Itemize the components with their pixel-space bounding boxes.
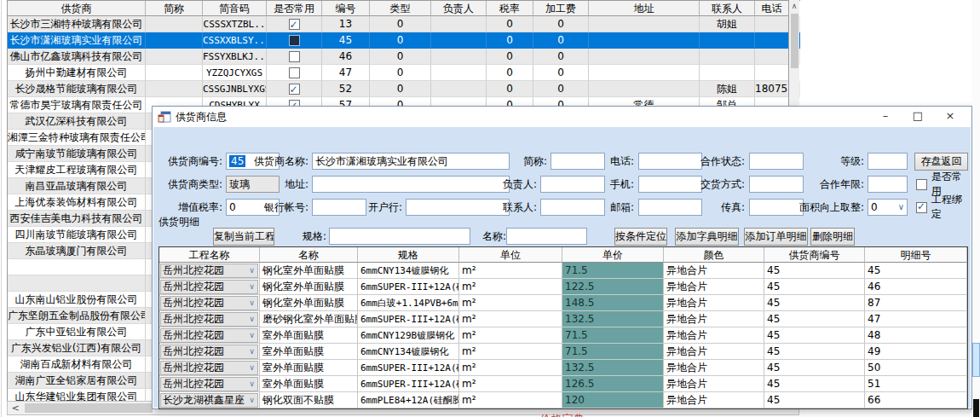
detail-column-header[interactable]: 名称: [260, 247, 358, 263]
maximize-button[interactable]: □: [902, 107, 934, 127]
detail-cell: 47: [865, 311, 967, 327]
minimize-button[interactable]: –: [869, 107, 902, 127]
save-return-button[interactable]: 存盘返回: [914, 153, 968, 171]
detail-cell: 钢化室外单面贴膜: [260, 263, 358, 279]
detail-cell: 6mmSUPER-III+12A(硅...: [358, 311, 459, 327]
close-button[interactable]: ×: [934, 107, 966, 127]
detail-cell: 异地合片: [664, 376, 764, 392]
detail-row[interactable]: 岳州北控花园∨室外单面贴膜6mmCNY129B镀膜钢化m²71.5异地合片454…: [159, 327, 967, 344]
horizontal-scrollbar-thumb[interactable]: [25, 403, 153, 413]
cell-common: [267, 81, 322, 97]
detail-column-header[interactable]: 单位: [459, 247, 562, 263]
supplier-row[interactable]: 扬州中勤建材有限公司YZZQJCYXGS47000: [8, 65, 800, 81]
supplier-row[interactable]: 长沙晟格节能玻璃有限公司CSSGJNBLYXGS52000陈姐180751: [8, 81, 800, 97]
detail-row[interactable]: 岳州北控花园∨钢化室外单面贴膜6mm白玻+1.14PVB+6mm...m²148…: [159, 295, 967, 311]
supplier-row[interactable]: 佛山市亿鑫玻璃科技有限公司FSSYXBLKJ...46000: [8, 49, 800, 65]
coop-status-input[interactable]: [749, 153, 804, 170]
column-header[interactable]: 类型: [370, 1, 431, 16]
common-checkbox[interactable]: [289, 35, 300, 46]
column-header[interactable]: 税率: [487, 1, 533, 16]
project-select[interactable]: 岳州北控花园∨: [160, 345, 258, 359]
scroll-up-icon[interactable]: ∧: [789, 0, 799, 12]
detail-column-header[interactable]: 颜色: [664, 247, 764, 263]
manager-input[interactable]: [540, 176, 605, 193]
detail-column-header[interactable]: 单价: [562, 247, 664, 263]
column-header[interactable]: 电话: [755, 1, 789, 16]
detail-column-header[interactable]: 明细号: [865, 247, 967, 263]
locate-by-condition-button[interactable]: 按条件定位: [614, 228, 667, 246]
copy-current-project-button[interactable]: 复制当前工程: [213, 228, 274, 246]
detail-cell: m²: [459, 295, 562, 311]
detail-row[interactable]: 岳州北控花园∨室外单面贴膜6mmSUPER-III+12A(硅...m²126.…: [159, 376, 967, 392]
project-select[interactable]: 岳州北控花园∨: [160, 296, 258, 310]
column-header[interactable]: 地址: [589, 1, 700, 16]
detail-column-header[interactable]: 工程名称: [159, 247, 260, 263]
checkbox-box[interactable]: [916, 202, 927, 213]
grade-input[interactable]: [868, 153, 908, 170]
selected-project: 长沙龙湖祺鑫星座: [161, 394, 246, 407]
project-select[interactable]: 岳州北控花园∨: [160, 328, 258, 343]
add-order-detail-button[interactable]: 添加订单明细: [744, 228, 808, 246]
cell-name: 武汉亿深科技有限公司: [8, 113, 146, 130]
column-header[interactable]: 加工费: [533, 1, 589, 16]
column-header[interactable]: 简音码: [203, 1, 267, 16]
cell-id: 47: [322, 65, 370, 81]
add-dictionary-detail-button[interactable]: 添加字典明细: [675, 228, 739, 246]
vertical-scrollbar-thumb[interactable]: [791, 14, 798, 68]
chevron-down-icon: ∨: [246, 281, 257, 293]
delete-detail-button[interactable]: 删除明细: [810, 228, 855, 246]
project-select[interactable]: 岳州北控花园∨: [160, 377, 258, 391]
detail-cell: 6mmCNY129B镀膜钢化: [358, 327, 459, 344]
cell-name: 咸宁南玻节能玻璃有限公司: [8, 146, 146, 162]
dialog-titlebar[interactable]: 供货商信息 – □ ×: [153, 107, 971, 127]
contact-input[interactable]: [540, 199, 605, 216]
cell-name: [8, 275, 146, 292]
scroll-left-icon[interactable]: <: [9, 403, 21, 414]
coop-years-input[interactable]: [868, 176, 908, 193]
project-select[interactable]: 岳州北控花园∨: [160, 280, 258, 294]
common-checkbox[interactable]: [289, 51, 300, 62]
common-checkbox[interactable]: [289, 19, 300, 30]
column-header[interactable]: 联系人: [700, 1, 755, 16]
supplier-row[interactable]: 长沙市三湘特种玻璃有限公司CSSSXTZBL..13000胡姐: [8, 16, 800, 32]
column-header[interactable]: 简称: [146, 1, 203, 16]
supplier-row[interactable]: 长沙市潇湘玻璃实业有限公司CSSXXBLSY...45000: [8, 32, 800, 49]
detail-column-header[interactable]: 规格: [358, 247, 459, 263]
cell-name: 湖南百成新材料有限公司: [8, 356, 146, 373]
cell-type: 0: [370, 65, 431, 81]
detail-row[interactable]: 岳州北控花园∨室外单面贴膜6mmSUPER-III+12A(硅...m²132.…: [159, 360, 967, 376]
column-header[interactable]: 编号: [322, 1, 370, 16]
cell-address: [589, 65, 700, 81]
project-bind-checkbox[interactable]: 工程绑定: [916, 199, 971, 216]
chevron-down-icon: ∨: [246, 313, 257, 326]
detail-row[interactable]: 岳州北控花园∨钢化室外单面贴膜6mmSUPER-III+12A(硅...m²12…: [159, 279, 967, 295]
spec-filter-input[interactable]: [329, 228, 470, 245]
detail-column-header[interactable]: 供货商编号: [764, 247, 865, 263]
detail-cell: 异地合片: [664, 344, 764, 360]
detail-row[interactable]: 岳州北控花园∨室外单面贴膜6mmCNY134镀膜钢化m²71.5异地合片4549: [159, 344, 967, 360]
column-header[interactable]: 供货商: [8, 1, 146, 16]
checkbox-box[interactable]: [916, 179, 927, 190]
project-select[interactable]: 岳州北控花园∨: [160, 361, 258, 375]
selected-project: 岳州北控花园: [161, 378, 246, 391]
address-input[interactable]: [312, 176, 510, 193]
detail-cell: 室外单面贴膜: [260, 376, 358, 392]
delivery-mode-input[interactable]: [749, 176, 804, 193]
cell-id: 13: [322, 16, 370, 32]
cell-name: 佛山市亿鑫玻璃科技有限公司: [8, 49, 146, 65]
project-select[interactable]: 岳州北控花园∨: [160, 312, 258, 327]
project-select[interactable]: 岳州北控花园∨: [160, 264, 258, 278]
supplier-name-input[interactable]: [312, 153, 510, 170]
column-header[interactable]: 是否常用: [267, 1, 322, 16]
column-header[interactable]: 负责人: [431, 1, 487, 16]
detail-row[interactable]: 长沙龙湖祺鑫星座∨钢化双面不贴膜6mmPLE84+12A(硅酮胶...m²120…: [159, 392, 967, 408]
area-round-up-select[interactable]: 0 ∨: [868, 199, 908, 216]
detail-row[interactable]: 岳州北控花园∨钢化室外单面贴膜6mmCNY134镀膜钢化m²71.5异地合片45…: [159, 263, 967, 279]
common-use-checkbox[interactable]: 是否常用: [916, 176, 971, 193]
detail-row[interactable]: 岳州北控花园∨磨砂钢化室外单面贴膜6mmSUPER-III+12A(硅...m²…: [159, 311, 967, 327]
project-select[interactable]: 长沙龙湖祺鑫星座∨: [160, 393, 258, 408]
common-checkbox[interactable]: [289, 84, 300, 95]
common-checkbox[interactable]: [289, 67, 300, 78]
detail-cell: 室外单面贴膜: [260, 327, 358, 344]
name-filter-input[interactable]: [506, 228, 587, 245]
